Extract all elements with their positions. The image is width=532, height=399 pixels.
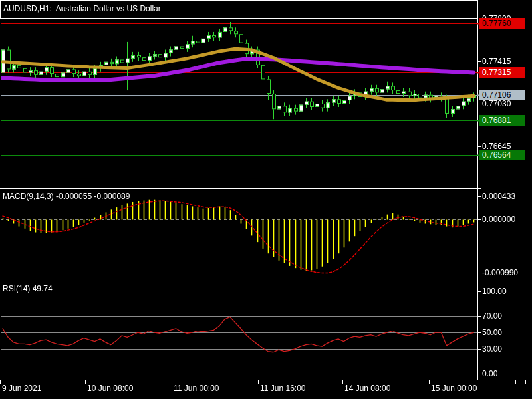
trading-chart-window: AUDUSD,H1: Australian Dollar vs US Dolla…: [0, 0, 532, 399]
time-axis[interactable]: [0, 380, 532, 399]
price-axis[interactable]: [477, 0, 532, 380]
chart-canvas[interactable]: [0, 0, 532, 399]
